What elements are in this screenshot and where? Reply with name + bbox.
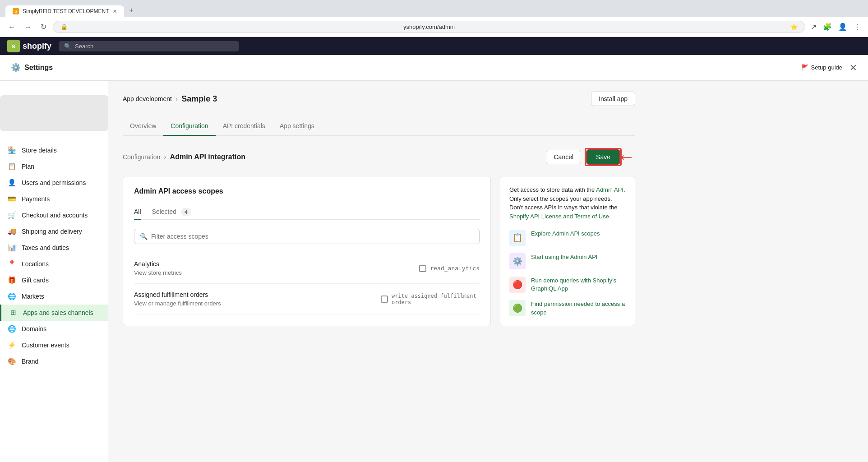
- sidebar-item-gift-cards[interactable]: 🎁 Gift cards: [0, 272, 108, 288]
- shopify-header: s shopify 🔍 Search: [0, 37, 868, 55]
- breadcrumb: App development › Sample 3 Install app: [123, 92, 635, 106]
- settings-container: 🏪 Store details 📋 Plan 👤 Users and permi…: [0, 81, 868, 462]
- sidebar-label-customer-events: Customer events: [22, 342, 69, 349]
- sidebar-item-users[interactable]: 👤 Users and permissions: [0, 175, 108, 191]
- arrow-indicator: Save ←: [585, 147, 635, 167]
- tab-configuration[interactable]: Configuration: [163, 117, 215, 136]
- extensions-icon[interactable]: 🧩: [821, 21, 834, 33]
- back-button[interactable]: ←: [5, 22, 18, 32]
- config-separator: ›: [164, 153, 166, 161]
- store-icon: 🏪: [7, 146, 16, 155]
- sidebar-label-domains: Domains: [22, 325, 46, 333]
- forward-button[interactable]: →: [22, 22, 34, 32]
- sidebar-item-checkout[interactable]: 🛒 Checkout and accounts: [0, 207, 108, 223]
- sidebar-item-payments[interactable]: 💳 Payments: [0, 191, 108, 207]
- apps-icon: ⊞: [9, 308, 18, 317]
- sidebar-item-plan[interactable]: 📋 Plan: [0, 158, 108, 175]
- selected-count-badge: 4: [181, 208, 191, 216]
- shopify-logo: s shopify: [7, 40, 51, 52]
- taxes-icon: 📊: [7, 243, 16, 252]
- gear-icon: ⚙️: [11, 63, 21, 73]
- menu-icon[interactable]: ⋮: [852, 21, 863, 33]
- breadcrumb-parent-link[interactable]: App development: [123, 95, 172, 102]
- sidebar-label-shipping: Shipping and delivery: [22, 228, 82, 235]
- sidebar-item-apps-channels[interactable]: ⊞ Apps and sales channels: [0, 305, 108, 321]
- close-button[interactable]: ✕: [850, 62, 857, 73]
- sidebar-label-payments: Payments: [22, 195, 50, 203]
- browser-action-buttons: ↗ 🧩 👤 ⋮: [809, 21, 863, 33]
- new-tab-button[interactable]: +: [124, 4, 139, 17]
- scope-label-fulfillment: write_assigned_fulfillment_orders: [392, 293, 480, 305]
- tab-app-settings[interactable]: App settings: [272, 117, 322, 136]
- search-placeholder: Search: [75, 43, 93, 50]
- brand-icon: 🎨: [7, 357, 16, 366]
- setup-guide-label: Setup guide: [811, 64, 842, 71]
- customer-events-icon: ⚡: [7, 341, 16, 350]
- info-link-item-demo: 🔴 Run demo queries with Shopify's Graphi…: [509, 277, 626, 293]
- scope-item-fulfillment: Assigned fulfillment orders View or mana…: [134, 284, 480, 314]
- breadcrumb-separator: ›: [175, 95, 178, 103]
- explore-api-scopes-link[interactable]: Explore Admin API scopes: [531, 230, 600, 238]
- favicon-icon: S: [13, 8, 19, 14]
- scope-desc-fulfillment: View or manage fulfillment orders: [134, 300, 221, 307]
- scope-title-fulfillment: Assigned fulfillment orders: [134, 291, 221, 298]
- terms-of-use-link[interactable]: Shopify API License and Terms of Use: [509, 213, 609, 220]
- browser-tab[interactable]: S SimplyRFID TEST DEVELOPMENT ✕: [5, 5, 124, 17]
- sidebar-item-domains[interactable]: 🌐 Domains: [0, 321, 108, 337]
- tab-close-button[interactable]: ✕: [113, 9, 117, 14]
- lock-icon: 🔒: [60, 23, 68, 30]
- tab-api-credentials[interactable]: API credentials: [216, 117, 272, 136]
- search-bar[interactable]: 🔍: [134, 229, 480, 244]
- demo-queries-icon: 🔴: [509, 277, 526, 293]
- sidebar-item-store-details[interactable]: 🏪 Store details: [0, 142, 108, 158]
- demo-queries-link[interactable]: Run demo queries with Shopify's GraphiQL…: [531, 277, 626, 293]
- sidebar-item-locations[interactable]: 📍 Locations: [0, 256, 108, 272]
- admin-api-link[interactable]: Admin API: [596, 186, 623, 193]
- sidebar-label-gift-cards: Gift cards: [22, 277, 49, 284]
- shopify-search[interactable]: 🔍 Search: [59, 41, 239, 51]
- shipping-icon: 🚚: [7, 227, 16, 236]
- markets-icon: 🌐: [7, 292, 16, 301]
- tab-overview[interactable]: Overview: [123, 117, 163, 136]
- sidebar-label-users: Users and permissions: [22, 179, 86, 186]
- checkbox-analytics[interactable]: [419, 265, 426, 272]
- content-grid: Admin API access scopes All Selected 4: [123, 176, 635, 326]
- plan-icon: 📋: [7, 162, 16, 171]
- scope-tab-all[interactable]: All: [134, 204, 141, 220]
- start-using-api-link[interactable]: Start using the Admin API: [531, 253, 597, 261]
- info-link-item-start: ⚙️ Start using the Admin API: [509, 253, 626, 269]
- main-content: App development › Sample 3 Install app O…: [108, 81, 868, 462]
- scope-checkbox-analytics[interactable]: read_analytics: [419, 265, 480, 272]
- search-input[interactable]: [151, 233, 474, 240]
- scope-tab-selected[interactable]: Selected 4: [152, 204, 191, 220]
- sidebar-label-markets: Markets: [22, 293, 44, 300]
- sidebar-item-taxes[interactable]: 📊 Taxes and duties: [0, 240, 108, 256]
- search-icon: 🔍: [140, 233, 148, 240]
- share-icon[interactable]: ↗: [809, 21, 818, 33]
- sidebar-label-taxes: Taxes and duties: [22, 244, 69, 251]
- store-logo: [0, 95, 108, 131]
- install-app-button[interactable]: Install app: [591, 92, 635, 106]
- refresh-button[interactable]: ↻: [38, 22, 49, 32]
- domains-icon: 🌐: [7, 324, 16, 333]
- address-bar[interactable]: 🔒 yshopify.com/admin ⭐: [53, 21, 805, 33]
- tabs-bar: Overview Configuration API credentials A…: [123, 117, 635, 136]
- shopify-logo-icon: s: [7, 40, 20, 52]
- sidebar-item-brand[interactable]: 🎨 Brand: [0, 353, 108, 370]
- setup-guide-button[interactable]: 🚩 Setup guide: [801, 64, 842, 71]
- sidebar: 🏪 Store details 📋 Plan 👤 Users and permi…: [0, 81, 108, 462]
- profile-icon[interactable]: 👤: [836, 21, 849, 33]
- find-permission-link[interactable]: Find permission needed to access a scope: [531, 300, 626, 316]
- scope-list: Analytics View store metrics read_analyt…: [134, 253, 480, 314]
- scope-tabs: All Selected 4: [134, 204, 480, 220]
- save-button[interactable]: Save: [586, 149, 620, 165]
- checkbox-fulfillment[interactable]: [381, 296, 388, 303]
- sidebar-item-markets[interactable]: 🌐 Markets: [0, 288, 108, 305]
- sidebar-item-customer-events[interactable]: ⚡ Customer events: [0, 337, 108, 353]
- bookmark-icon: ⭐: [790, 23, 798, 30]
- flag-icon: 🚩: [801, 64, 808, 71]
- sidebar-item-shipping[interactable]: 🚚 Shipping and delivery: [0, 223, 108, 240]
- scope-checkbox-fulfillment[interactable]: write_assigned_fulfillment_orders: [381, 293, 480, 305]
- users-icon: 👤: [7, 178, 16, 187]
- cancel-button[interactable]: Cancel: [546, 150, 581, 164]
